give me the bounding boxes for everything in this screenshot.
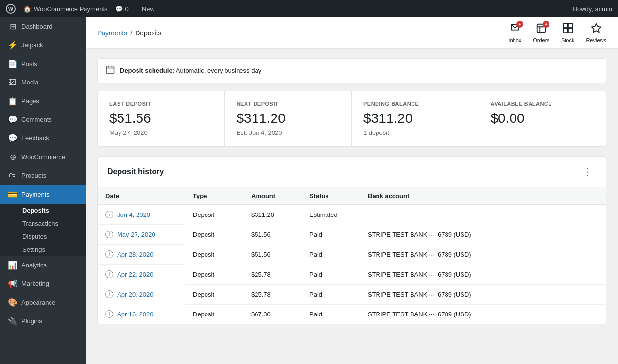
deposit-date-link[interactable]: Apr 22, 2020 (117, 271, 153, 278)
cell-status: Paid (302, 284, 360, 304)
cell-amount: $25.78 (243, 265, 302, 284)
deposit-date-link[interactable]: Apr 20, 2020 (117, 291, 153, 298)
orders-icon: ● (536, 23, 547, 36)
sidebar-label-dashboard: Dashboard (21, 22, 52, 31)
sidebar-item-plugins[interactable]: 🔌 Plugins (0, 312, 86, 331)
top-toolbar: Payments / Deposits ● Inbox ● (86, 17, 618, 49)
posts-icon: 📄 (8, 59, 17, 69)
appearance-icon: 🎨 (8, 298, 17, 308)
table-row: iApr 16, 2020Deposit$67.30PaidSTRIPE TES… (98, 304, 606, 324)
svg-rect-4 (568, 28, 572, 32)
cell-bank: STRIPE TEST BANK ···· 6789 (USD) (360, 265, 606, 284)
stock-label: Stock (561, 37, 575, 43)
payments-submenu: Deposits Transactions Disputes Settings (0, 204, 86, 256)
reviews-icon (591, 23, 601, 36)
stat-available-balance: AVAILABLE BALANCE $0.00 (479, 91, 606, 146)
deposit-date-link[interactable]: Apr 28, 2020 (117, 251, 153, 258)
info-icon[interactable]: i (105, 231, 113, 238)
deposit-date-link[interactable]: Jun 4, 2020 (117, 211, 150, 218)
sidebar-item-dashboard[interactable]: ⊞ Dashboard (0, 17, 86, 36)
cell-amount: $51.56 (243, 245, 302, 265)
cell-amount: $67.30 (243, 304, 302, 324)
table-row: iApr 22, 2020Deposit$25.78PaidSTRIPE TES… (98, 265, 606, 284)
cell-type: Deposit (185, 225, 243, 245)
sidebar: ⊞ Dashboard ⚡ Jetpack 📄 Posts 🖼 Media 📋 … (0, 17, 86, 364)
info-icon[interactable]: i (105, 290, 113, 298)
sidebar-item-comments[interactable]: 💬 Comments (0, 111, 86, 129)
sidebar-item-marketing[interactable]: 📢 Marketing (0, 275, 86, 293)
cell-status: Estimated (302, 205, 360, 225)
info-icon[interactable]: i (105, 211, 113, 218)
submenu-item-transactions[interactable]: Transactions (0, 217, 86, 230)
sidebar-label-pages: Pages (21, 97, 39, 106)
admin-bar-site[interactable]: 🏠 WooCommerce Payments (23, 5, 107, 13)
col-header-amount: Amount (243, 187, 302, 205)
history-header: Deposit history ⋮ (98, 157, 606, 187)
stock-button[interactable]: Stock (561, 23, 575, 43)
sidebar-item-pages[interactable]: 📋 Pages (0, 92, 86, 111)
cell-status: Paid (302, 304, 360, 324)
new-label: + New (137, 5, 154, 13)
sidebar-item-appearance[interactable]: 🎨 Appearance (0, 294, 86, 312)
breadcrumb-current: Deposits (135, 29, 161, 37)
inbox-icon: ● (510, 23, 520, 36)
cell-date: iApr 16, 2020 (98, 304, 185, 324)
table-row: iApr 28, 2020Deposit$51.56PaidSTRIPE TES… (98, 245, 606, 265)
sidebar-item-media[interactable]: 🖼 Media (0, 73, 86, 92)
sidebar-item-feedback[interactable]: 💬 Feedback (0, 129, 86, 148)
admin-bar-user[interactable]: Howdy, admin (573, 5, 612, 13)
submenu-item-settings[interactable]: Settings (0, 243, 86, 256)
sidebar-item-products[interactable]: 🛍 Products (0, 166, 86, 185)
available-balance-value: $0.00 (491, 111, 595, 126)
inbox-button[interactable]: ● Inbox (508, 23, 521, 43)
orders-button[interactable]: ● Orders (533, 23, 549, 43)
sidebar-item-posts[interactable]: 📄 Posts (0, 55, 86, 73)
admin-bar-new[interactable]: + New (137, 5, 154, 13)
sidebar-label-payments: Payments (21, 190, 50, 199)
analytics-icon: 📊 (8, 260, 17, 271)
dashboard-icon: ⊞ (8, 21, 17, 32)
stat-last-deposit: LAST DEPOSIT $51.56 May 27, 2020 (98, 91, 225, 146)
info-icon[interactable]: i (105, 270, 113, 278)
breadcrumb-parent-link[interactable]: Payments (97, 29, 127, 37)
next-deposit-label: NEXT DEPOSIT (237, 101, 340, 107)
transactions-label: Transactions (22, 220, 58, 227)
info-icon[interactable]: i (105, 250, 113, 258)
cell-type: Deposit (185, 265, 243, 284)
info-icon[interactable]: i (105, 310, 113, 318)
deposit-date-link[interactable]: Apr 16, 2020 (117, 311, 153, 318)
cell-status: Paid (302, 225, 360, 245)
next-deposit-value: $311.20 (237, 111, 340, 126)
submenu-item-disputes[interactable]: Disputes (0, 230, 86, 243)
svg-rect-2 (568, 23, 572, 27)
cell-date: iApr 20, 2020 (98, 284, 185, 304)
sidebar-item-payments[interactable]: 💳 Payments (0, 185, 86, 204)
feedback-icon: 💬 (8, 133, 17, 144)
pending-balance-value: $311.20 (363, 111, 467, 126)
sidebar-item-woocommerce[interactable]: ⊕ WooCommerce (0, 148, 86, 166)
sidebar-item-analytics[interactable]: 📊 Analytics (0, 256, 86, 275)
sidebar-label-media: Media (21, 78, 38, 87)
sidebar-label-feedback: Feedback (21, 134, 49, 143)
comments-sidebar-icon: 💬 (8, 115, 17, 125)
more-options-button[interactable]: ⋮ (580, 165, 596, 179)
site-name: WooCommerce Payments (34, 5, 107, 13)
sidebar-item-jetpack[interactable]: ⚡ Jetpack (0, 36, 86, 54)
sidebar-label-woocommerce: WooCommerce (21, 153, 65, 162)
deposit-schedule-banner: Deposit schedule: Automatic, every busin… (97, 58, 606, 83)
admin-bar-comments[interactable]: 💬 0 (115, 5, 128, 13)
deposit-date-link[interactable]: May 27, 2020 (117, 231, 155, 238)
col-header-date: Date (98, 187, 185, 205)
history-title: Deposit history (107, 167, 164, 176)
sidebar-label-products: Products (21, 171, 46, 180)
reviews-button[interactable]: Reviews (586, 23, 606, 43)
cell-date: iApr 28, 2020 (98, 245, 185, 265)
col-header-bank: Bank account (360, 187, 606, 205)
submenu-item-deposits[interactable]: Deposits (0, 204, 86, 217)
cell-bank: STRIPE TEST BANK ···· 6789 (USD) (360, 284, 606, 304)
cell-date: iApr 22, 2020 (98, 265, 185, 284)
sidebar-label-comments: Comments (21, 116, 52, 124)
cell-bank (360, 205, 606, 225)
deposits-label: Deposits (22, 207, 49, 214)
stat-next-deposit: NEXT DEPOSIT $311.20 Est. Jun 4, 2020 (225, 91, 352, 146)
